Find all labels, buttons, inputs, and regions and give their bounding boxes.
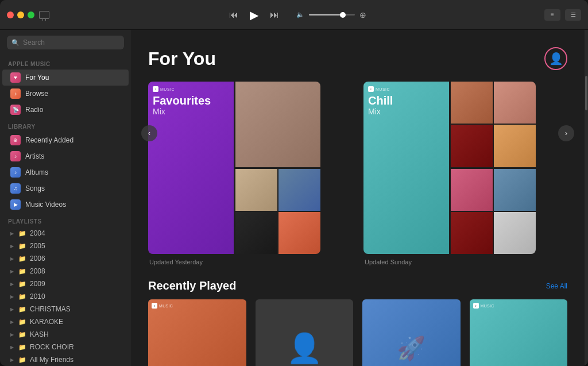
folder-icon: 📁 (18, 293, 26, 300)
sidebar-item-recently-added[interactable]: ⊕ Recently Added (2, 132, 129, 148)
apple-music-rp-badge: ♪ MUSIC (473, 303, 494, 309)
playlist-2005-label: 2005 (30, 242, 45, 250)
rp-card-toy-story[interactable]: 🚀 (362, 299, 461, 366)
queue-button[interactable]: ☰ (565, 9, 581, 21)
playlist-2004[interactable]: ▶ 📁 2004 (2, 227, 129, 240)
chill-mix-subtitle: Mix (368, 107, 393, 116)
playlist-2006-label: 2006 (30, 255, 45, 263)
playlist-karaoke[interactable]: ▶ 📁 KARAOKE (2, 315, 129, 328)
sidebar-item-radio[interactable]: 📡 Radio (2, 102, 129, 118)
playlist-christmas[interactable]: ▶ 📁 CHRISTMAS (2, 303, 129, 315)
folder-icon: 📁 (18, 242, 26, 250)
rewind-button[interactable]: ⏮ (229, 10, 238, 20)
scrollbar-thumb[interactable] (585, 76, 587, 110)
chill-sub-art-1 (451, 82, 536, 167)
user-art: 👤 (256, 299, 354, 366)
for-you-label: For You (25, 74, 49, 82)
playlist-2010[interactable]: ▶ 📁 2010 (2, 290, 129, 303)
favourites-mix-subtitle: Mix (153, 107, 211, 116)
title-bar: ⏮ ▶ ⏭ 🔈 ⊕ ≡ ☰ (0, 0, 588, 30)
artists-label: Artists (25, 152, 44, 160)
chevron-right-icon: ▶ (10, 307, 15, 312)
songs-icon: ♫ (10, 183, 21, 194)
favourites-mix-card[interactable]: ♪ MUSIC Favourites Mix (148, 82, 352, 265)
title-bar-center: ⏮ ▶ ⏭ 🔈 ⊕ (51, 8, 544, 22)
chevron-right-icon: ▶ (10, 345, 15, 350)
fastforward-button[interactable]: ⏭ (270, 10, 279, 20)
title-bar-right: ≡ ☰ (544, 9, 581, 21)
folder-icon: 📁 (18, 255, 26, 263)
main-content: For You 👤 ‹ (131, 30, 585, 366)
folder-icon: 📁 (18, 280, 26, 288)
chevron-right-icon: ▶ (10, 282, 15, 287)
folder-icon: 📁 (18, 356, 26, 364)
radio-label: Radio (25, 106, 43, 114)
rp-card-chill-mix[interactable]: ♪ MUSIC Chill Mix (470, 299, 568, 366)
sidebar-item-music-videos[interactable]: ▶ Music Videos (2, 197, 129, 213)
close-button[interactable] (7, 11, 14, 18)
chevron-right-icon: ▶ (10, 357, 15, 363)
page-title: For You (148, 48, 216, 70)
playlist-kash-label: KASH (30, 330, 49, 338)
apple-music-badge: ♪ MUSIC Favourites Mix (153, 86, 211, 116)
rp-card-user[interactable]: 👤 (256, 299, 354, 366)
chevron-right-icon: ▶ (10, 332, 15, 337)
sidebar-item-browse[interactable]: ♪ Browse (2, 86, 129, 102)
playlist-2009[interactable]: ▶ 📁 2009 (2, 278, 129, 290)
content-header: For You 👤 (131, 30, 585, 82)
heart-icon: ♥ (10, 72, 21, 83)
recently-played-row: ♪ MUSIC 👤 (131, 299, 585, 366)
folder-icon: 📁 (18, 268, 26, 275)
chevron-right-icon: ▶ (10, 294, 15, 299)
sidebar-item-songs[interactable]: ♫ Songs (2, 180, 129, 197)
chill-mix-card[interactable]: ♪ MUSIC Chill Mix (363, 82, 567, 265)
folder-icon: 📁 (18, 344, 26, 351)
music-videos-label: Music Videos (25, 201, 66, 209)
search-box[interactable]: 🔍 (7, 36, 124, 49)
volume-control[interactable]: 🔈 ⊕ (296, 10, 366, 20)
traffic-lights (7, 11, 34, 18)
search-input[interactable] (23, 38, 119, 47)
recently-played-title: Recently Played (148, 279, 236, 292)
maximize-button[interactable] (28, 11, 34, 18)
playlist-2005[interactable]: ▶ 📁 2005 (2, 240, 129, 252)
folder-icon: 📁 (18, 318, 26, 326)
playlists-section-label: Playlists (0, 213, 131, 227)
sidebar: 🔍 Apple Music ♥ For You ♪ Browse 📡 (0, 30, 131, 366)
playlist-2008[interactable]: ▶ 📁 2008 (2, 265, 129, 278)
minimize-button[interactable] (17, 11, 24, 18)
songs-label: Songs (25, 184, 45, 192)
chevron-right-icon: ▶ (10, 269, 15, 274)
nav-prev-button[interactable]: ‹ (141, 125, 157, 141)
rp-card-ed-sheeran[interactable]: ♪ MUSIC (148, 299, 246, 366)
see-all-button[interactable]: See All (546, 282, 567, 290)
sidebar-item-albums[interactable]: ♪ Albums (2, 164, 129, 180)
playlist-2010-label: 2010 (30, 292, 45, 300)
albums-icon: ♪ (10, 167, 21, 178)
sidebar-item-for-you[interactable]: ♥ For You (2, 70, 129, 86)
chill-sub-art-2 (451, 169, 536, 255)
playlist-2006[interactable]: ▶ 📁 2006 (2, 252, 129, 265)
sidebar-item-artists[interactable]: ♪ Artists (2, 148, 129, 164)
mix-sub-art-1 (235, 82, 321, 167)
chill-updated: Updated Sunday (363, 259, 567, 265)
recently-added-label: Recently Added (25, 136, 74, 144)
playlist-rock-choir[interactable]: ▶ 📁 ROCK CHOIR (2, 341, 129, 353)
search-icon: 🔍 (11, 39, 20, 47)
airplay-icon[interactable]: ⊕ (359, 10, 366, 20)
nav-next-button[interactable]: › (558, 125, 574, 141)
playlist-all-my-friends[interactable]: ▶ 📁 All My Friends (2, 353, 129, 366)
videos-icon: ▶ (10, 199, 21, 210)
app-window: ⏮ ▶ ⏭ 🔈 ⊕ ≡ ☰ � (0, 0, 588, 366)
scrollbar[interactable] (585, 30, 588, 366)
library-section-label: Library (0, 118, 131, 132)
play-button[interactable]: ▶ (250, 8, 258, 22)
chevron-right-icon: ▶ (10, 244, 15, 249)
chill-mix-title: Chill (368, 94, 393, 107)
playlist-kash[interactable]: ▶ 📁 KASH (2, 328, 129, 341)
playlist-christmas-label: CHRISTMAS (30, 305, 71, 313)
folder-icon: 📁 (18, 331, 26, 338)
lyrics-button[interactable]: ≡ (544, 9, 560, 21)
radio-icon: 📡 (10, 105, 21, 115)
profile-button[interactable]: 👤 (544, 47, 567, 70)
